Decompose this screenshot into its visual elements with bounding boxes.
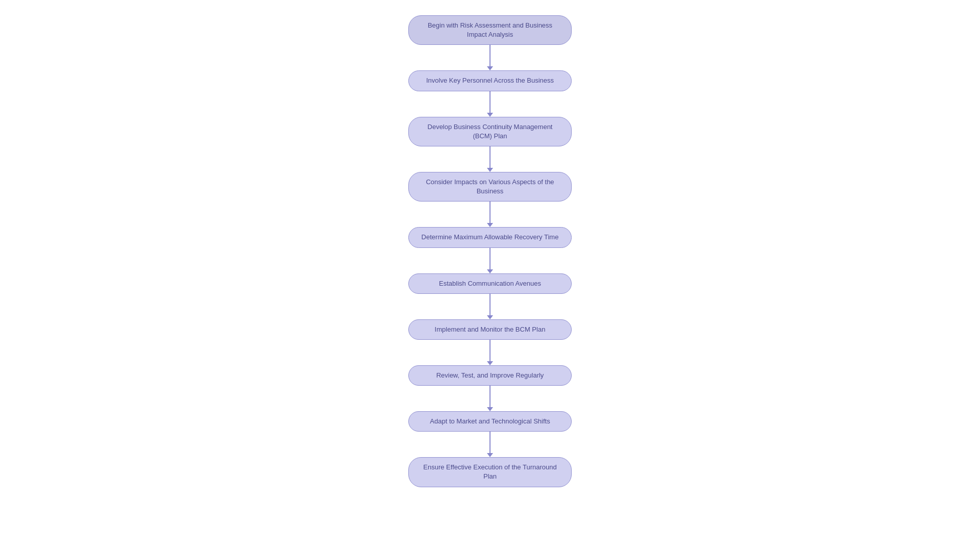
flow-connector-8 [487,386,493,411]
flow-connector-1 [487,45,493,70]
flow-connector-4 [487,202,493,227]
node-2: Involve Key Personnel Across the Busines… [408,70,572,91]
node-4: Consider Impacts on Various Aspects of t… [408,172,572,202]
flowchart: Begin with Risk Assessment and Business … [388,10,592,492]
flow-connector-3 [487,146,493,172]
node-3: Develop Business Continuity Management (… [408,117,572,146]
flow-connector-9 [487,432,493,457]
node-5: Determine Maximum Allowable Recovery Tim… [408,227,572,247]
flow-connector-6 [487,294,493,319]
node-1: Begin with Risk Assessment and Business … [408,15,572,45]
node-6: Establish Communication Avenues [408,273,572,294]
flow-connector-5 [487,248,493,273]
node-7: Implement and Monitor the BCM Plan [408,319,572,340]
node-9: Adapt to Market and Technological Shifts [408,411,572,432]
flow-connector-7 [487,340,493,365]
node-8: Review, Test, and Improve Regularly [408,365,572,386]
flow-connector-2 [487,91,493,117]
node-10: Ensure Effective Execution of the Turnar… [408,457,572,487]
